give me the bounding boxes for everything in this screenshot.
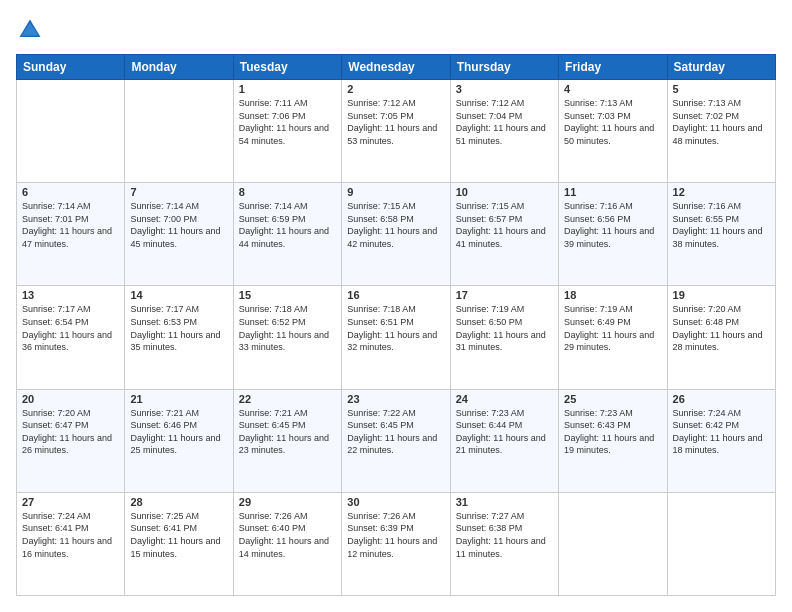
day-info: Sunrise: 7:20 AM Sunset: 6:47 PM Dayligh… xyxy=(22,407,119,457)
day-info: Sunrise: 7:14 AM Sunset: 7:01 PM Dayligh… xyxy=(22,200,119,250)
day-number: 27 xyxy=(22,496,119,508)
calendar-cell: 14Sunrise: 7:17 AM Sunset: 6:53 PM Dayli… xyxy=(125,286,233,389)
calendar-cell: 2Sunrise: 7:12 AM Sunset: 7:05 PM Daylig… xyxy=(342,80,450,183)
day-info: Sunrise: 7:18 AM Sunset: 6:52 PM Dayligh… xyxy=(239,303,336,353)
weekday-header-monday: Monday xyxy=(125,55,233,80)
calendar-cell xyxy=(125,80,233,183)
calendar-cell: 16Sunrise: 7:18 AM Sunset: 6:51 PM Dayli… xyxy=(342,286,450,389)
calendar-table: SundayMondayTuesdayWednesdayThursdayFrid… xyxy=(16,54,776,596)
day-info: Sunrise: 7:17 AM Sunset: 6:53 PM Dayligh… xyxy=(130,303,227,353)
weekday-header-wednesday: Wednesday xyxy=(342,55,450,80)
weekday-header-row: SundayMondayTuesdayWednesdayThursdayFrid… xyxy=(17,55,776,80)
calendar-cell: 8Sunrise: 7:14 AM Sunset: 6:59 PM Daylig… xyxy=(233,183,341,286)
calendar-cell: 26Sunrise: 7:24 AM Sunset: 6:42 PM Dayli… xyxy=(667,389,775,492)
day-info: Sunrise: 7:12 AM Sunset: 7:05 PM Dayligh… xyxy=(347,97,444,147)
calendar-cell: 13Sunrise: 7:17 AM Sunset: 6:54 PM Dayli… xyxy=(17,286,125,389)
day-info: Sunrise: 7:24 AM Sunset: 6:41 PM Dayligh… xyxy=(22,510,119,560)
calendar-cell: 25Sunrise: 7:23 AM Sunset: 6:43 PM Dayli… xyxy=(559,389,667,492)
day-number: 30 xyxy=(347,496,444,508)
day-number: 8 xyxy=(239,186,336,198)
calendar-cell: 31Sunrise: 7:27 AM Sunset: 6:38 PM Dayli… xyxy=(450,492,558,595)
calendar-cell: 20Sunrise: 7:20 AM Sunset: 6:47 PM Dayli… xyxy=(17,389,125,492)
page: SundayMondayTuesdayWednesdayThursdayFrid… xyxy=(0,0,792,612)
calendar-cell: 11Sunrise: 7:16 AM Sunset: 6:56 PM Dayli… xyxy=(559,183,667,286)
day-number: 14 xyxy=(130,289,227,301)
calendar-cell: 19Sunrise: 7:20 AM Sunset: 6:48 PM Dayli… xyxy=(667,286,775,389)
day-number: 6 xyxy=(22,186,119,198)
day-info: Sunrise: 7:14 AM Sunset: 7:00 PM Dayligh… xyxy=(130,200,227,250)
day-number: 4 xyxy=(564,83,661,95)
day-info: Sunrise: 7:16 AM Sunset: 6:55 PM Dayligh… xyxy=(673,200,770,250)
week-row-1: 6Sunrise: 7:14 AM Sunset: 7:01 PM Daylig… xyxy=(17,183,776,286)
calendar-cell xyxy=(667,492,775,595)
day-info: Sunrise: 7:13 AM Sunset: 7:03 PM Dayligh… xyxy=(564,97,661,147)
weekday-header-friday: Friday xyxy=(559,55,667,80)
calendar-cell: 4Sunrise: 7:13 AM Sunset: 7:03 PM Daylig… xyxy=(559,80,667,183)
day-number: 15 xyxy=(239,289,336,301)
day-number: 25 xyxy=(564,393,661,405)
day-number: 10 xyxy=(456,186,553,198)
weekday-header-thursday: Thursday xyxy=(450,55,558,80)
day-info: Sunrise: 7:19 AM Sunset: 6:50 PM Dayligh… xyxy=(456,303,553,353)
calendar-cell: 10Sunrise: 7:15 AM Sunset: 6:57 PM Dayli… xyxy=(450,183,558,286)
day-info: Sunrise: 7:16 AM Sunset: 6:56 PM Dayligh… xyxy=(564,200,661,250)
day-number: 22 xyxy=(239,393,336,405)
day-number: 29 xyxy=(239,496,336,508)
weekday-header-sunday: Sunday xyxy=(17,55,125,80)
calendar-cell: 1Sunrise: 7:11 AM Sunset: 7:06 PM Daylig… xyxy=(233,80,341,183)
calendar-cell: 15Sunrise: 7:18 AM Sunset: 6:52 PM Dayli… xyxy=(233,286,341,389)
day-info: Sunrise: 7:21 AM Sunset: 6:46 PM Dayligh… xyxy=(130,407,227,457)
logo-icon xyxy=(16,16,44,44)
day-number: 12 xyxy=(673,186,770,198)
day-info: Sunrise: 7:21 AM Sunset: 6:45 PM Dayligh… xyxy=(239,407,336,457)
day-number: 20 xyxy=(22,393,119,405)
day-info: Sunrise: 7:26 AM Sunset: 6:40 PM Dayligh… xyxy=(239,510,336,560)
day-info: Sunrise: 7:12 AM Sunset: 7:04 PM Dayligh… xyxy=(456,97,553,147)
week-row-2: 13Sunrise: 7:17 AM Sunset: 6:54 PM Dayli… xyxy=(17,286,776,389)
day-number: 9 xyxy=(347,186,444,198)
calendar-cell: 17Sunrise: 7:19 AM Sunset: 6:50 PM Dayli… xyxy=(450,286,558,389)
day-number: 19 xyxy=(673,289,770,301)
calendar-cell xyxy=(17,80,125,183)
day-number: 2 xyxy=(347,83,444,95)
day-number: 18 xyxy=(564,289,661,301)
day-number: 21 xyxy=(130,393,227,405)
day-number: 26 xyxy=(673,393,770,405)
day-number: 23 xyxy=(347,393,444,405)
day-info: Sunrise: 7:15 AM Sunset: 6:58 PM Dayligh… xyxy=(347,200,444,250)
calendar-cell: 12Sunrise: 7:16 AM Sunset: 6:55 PM Dayli… xyxy=(667,183,775,286)
day-info: Sunrise: 7:19 AM Sunset: 6:49 PM Dayligh… xyxy=(564,303,661,353)
day-number: 13 xyxy=(22,289,119,301)
calendar-cell: 6Sunrise: 7:14 AM Sunset: 7:01 PM Daylig… xyxy=(17,183,125,286)
day-info: Sunrise: 7:27 AM Sunset: 6:38 PM Dayligh… xyxy=(456,510,553,560)
day-number: 1 xyxy=(239,83,336,95)
day-info: Sunrise: 7:22 AM Sunset: 6:45 PM Dayligh… xyxy=(347,407,444,457)
week-row-3: 20Sunrise: 7:20 AM Sunset: 6:47 PM Dayli… xyxy=(17,389,776,492)
day-info: Sunrise: 7:23 AM Sunset: 6:44 PM Dayligh… xyxy=(456,407,553,457)
calendar-cell xyxy=(559,492,667,595)
day-info: Sunrise: 7:23 AM Sunset: 6:43 PM Dayligh… xyxy=(564,407,661,457)
header xyxy=(16,16,776,44)
day-info: Sunrise: 7:15 AM Sunset: 6:57 PM Dayligh… xyxy=(456,200,553,250)
weekday-header-tuesday: Tuesday xyxy=(233,55,341,80)
calendar-cell: 27Sunrise: 7:24 AM Sunset: 6:41 PM Dayli… xyxy=(17,492,125,595)
day-number: 17 xyxy=(456,289,553,301)
calendar-cell: 5Sunrise: 7:13 AM Sunset: 7:02 PM Daylig… xyxy=(667,80,775,183)
day-info: Sunrise: 7:11 AM Sunset: 7:06 PM Dayligh… xyxy=(239,97,336,147)
day-number: 16 xyxy=(347,289,444,301)
calendar-cell: 18Sunrise: 7:19 AM Sunset: 6:49 PM Dayli… xyxy=(559,286,667,389)
day-info: Sunrise: 7:14 AM Sunset: 6:59 PM Dayligh… xyxy=(239,200,336,250)
day-info: Sunrise: 7:13 AM Sunset: 7:02 PM Dayligh… xyxy=(673,97,770,147)
day-number: 3 xyxy=(456,83,553,95)
day-info: Sunrise: 7:24 AM Sunset: 6:42 PM Dayligh… xyxy=(673,407,770,457)
calendar-cell: 23Sunrise: 7:22 AM Sunset: 6:45 PM Dayli… xyxy=(342,389,450,492)
week-row-4: 27Sunrise: 7:24 AM Sunset: 6:41 PM Dayli… xyxy=(17,492,776,595)
day-number: 24 xyxy=(456,393,553,405)
day-number: 31 xyxy=(456,496,553,508)
day-info: Sunrise: 7:25 AM Sunset: 6:41 PM Dayligh… xyxy=(130,510,227,560)
calendar-cell: 28Sunrise: 7:25 AM Sunset: 6:41 PM Dayli… xyxy=(125,492,233,595)
day-number: 7 xyxy=(130,186,227,198)
day-info: Sunrise: 7:20 AM Sunset: 6:48 PM Dayligh… xyxy=(673,303,770,353)
logo xyxy=(16,16,48,44)
calendar-cell: 24Sunrise: 7:23 AM Sunset: 6:44 PM Dayli… xyxy=(450,389,558,492)
